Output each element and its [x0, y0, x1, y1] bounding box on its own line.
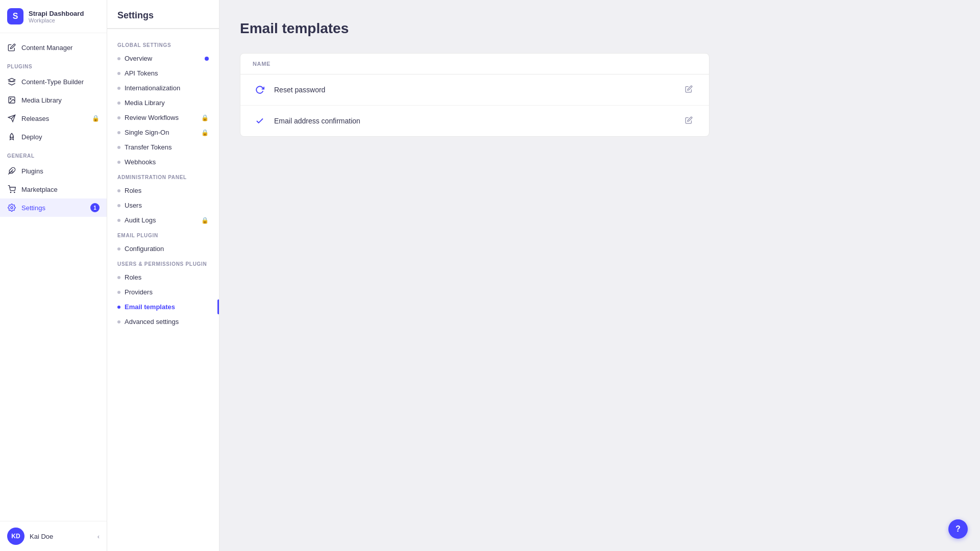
- bullet-icon: [117, 146, 120, 149]
- settings-item-label: Configuration: [125, 245, 164, 253]
- settings-item-configuration[interactable]: Configuration: [107, 241, 219, 256]
- collapse-sidebar-button[interactable]: ‹: [97, 533, 100, 540]
- image-icon: [7, 95, 16, 105]
- gear-icon: [7, 203, 16, 212]
- sidebar-item-label: Content-Type Builder: [21, 78, 84, 86]
- overview-dot: [205, 57, 209, 61]
- sidebar-item-label: Deploy: [21, 133, 42, 141]
- settings-item-label: Email templates: [125, 303, 175, 311]
- bullet-icon: [117, 131, 120, 134]
- sidebar-item-label: Plugins: [21, 167, 43, 175]
- lock-icon: 🔒: [201, 217, 209, 224]
- settings-item-email-templates[interactable]: Email templates: [107, 299, 219, 314]
- settings-item-label: Users: [125, 202, 142, 209]
- sidebar-item-marketplace[interactable]: Marketplace: [0, 180, 107, 198]
- row-email-confirmation-name: Email address confirmation: [274, 117, 674, 125]
- settings-item-users[interactable]: Users: [107, 198, 219, 213]
- settings-item-api-tokens[interactable]: API Tokens: [107, 66, 219, 81]
- sidebar-item-deploy[interactable]: Deploy: [0, 128, 107, 146]
- logo-area: S Strapi Dashboard Workplace: [0, 0, 107, 33]
- sidebar-item-label: Settings: [21, 204, 45, 212]
- admin-panel-label: ADMINISTRATION PANEL: [107, 169, 219, 183]
- bullet-icon: [117, 204, 120, 207]
- settings-title: Settings: [107, 10, 219, 29]
- settings-item-audit-logs[interactable]: Audit Logs 🔒: [107, 213, 219, 228]
- svg-point-7: [10, 192, 11, 192]
- users-permissions-label: USERS & PERMISSIONS PLUGIN: [107, 256, 219, 270]
- bullet-icon: [117, 189, 120, 192]
- app-subtitle: Workplace: [29, 17, 84, 23]
- bullet-icon: [117, 116, 120, 119]
- app-title: Strapi Dashboard: [29, 10, 84, 17]
- rocket-icon: [7, 132, 16, 141]
- edit-reset-password-button[interactable]: [681, 83, 697, 96]
- settings-item-media-library[interactable]: Media Library: [107, 95, 219, 110]
- settings-item-label: Advanced settings: [125, 318, 179, 325]
- sidebar-item-media-library[interactable]: Media Library: [0, 91, 107, 109]
- check-icon: [253, 114, 267, 128]
- settings-item-roles[interactable]: Roles: [107, 183, 219, 198]
- page-title: Email templates: [240, 20, 960, 37]
- sidebar-item-label: Content Manager: [21, 44, 72, 52]
- bullet-icon: [117, 161, 120, 164]
- settings-sidebar: Settings GLOBAL SETTINGS Overview API To…: [107, 0, 219, 551]
- settings-item-label: API Tokens: [125, 69, 158, 77]
- settings-item-advanced-settings[interactable]: Advanced settings: [107, 314, 219, 329]
- settings-item-label: Webhooks: [125, 158, 156, 166]
- sidebar-nav: Content Manager PLUGINS Content-Type Bui…: [0, 33, 107, 521]
- sidebar-item-label: Media Library: [21, 96, 62, 104]
- table-header: NAME: [240, 54, 709, 74]
- bullet-icon: [117, 219, 120, 222]
- sidebar-item-content-type-builder[interactable]: Content-Type Builder: [0, 72, 107, 91]
- help-button[interactable]: ?: [948, 519, 968, 539]
- send-icon: [7, 114, 16, 123]
- settings-item-label: Roles: [125, 273, 141, 281]
- email-templates-table: NAME Reset password Email address confir…: [240, 53, 709, 137]
- settings-badge: 1: [90, 203, 100, 212]
- svg-point-8: [14, 192, 15, 192]
- plugins-section-label: PLUGINS: [0, 57, 107, 72]
- settings-item-label: Providers: [125, 288, 153, 296]
- settings-item-label: Roles: [125, 187, 141, 194]
- sidebar-item-content-manager[interactable]: Content Manager: [0, 38, 107, 57]
- bullet-icon: [117, 320, 120, 323]
- lock-icon: 🔒: [201, 114, 209, 121]
- sidebar-item-releases[interactable]: Releases 🔒: [0, 109, 107, 128]
- settings-item-transfer-tokens[interactable]: Transfer Tokens: [107, 140, 219, 155]
- bullet-icon: [117, 57, 120, 60]
- column-name-header: NAME: [253, 61, 271, 67]
- cube-icon: [7, 77, 16, 86]
- refresh-icon: [253, 83, 267, 97]
- svg-point-2: [10, 98, 11, 99]
- sidebar-item-settings[interactable]: Settings 1: [0, 198, 107, 217]
- bullet-icon: [117, 87, 120, 90]
- settings-item-label: Transfer Tokens: [125, 143, 172, 151]
- pencil-icon: [7, 43, 16, 52]
- logo-icon: S: [7, 8, 23, 24]
- settings-item-single-sign-on[interactable]: Single Sign-On 🔒: [107, 125, 219, 140]
- settings-item-review-workflows[interactable]: Review Workflows 🔒: [107, 110, 219, 125]
- sidebar-item-plugins[interactable]: Plugins: [0, 162, 107, 180]
- settings-item-internationalization[interactable]: Internationalization: [107, 81, 219, 95]
- settings-item-label: Media Library: [125, 99, 165, 107]
- edit-email-confirmation-button[interactable]: [681, 114, 697, 128]
- user-name: Kai Doe: [30, 533, 92, 540]
- settings-item-label: Review Workflows: [125, 114, 179, 121]
- lock-icon: 🔒: [201, 129, 209, 136]
- settings-item-label: Single Sign-On: [125, 129, 169, 136]
- puzzle-icon: [7, 166, 16, 176]
- row-reset-password-name: Reset password: [274, 86, 674, 94]
- settings-item-webhooks[interactable]: Webhooks: [107, 155, 219, 169]
- sidebar: S Strapi Dashboard Workplace Content Man…: [0, 0, 107, 551]
- sidebar-footer: KD Kai Doe ‹: [0, 521, 107, 551]
- main-content: Email templates NAME Reset password Emai…: [219, 0, 980, 551]
- settings-item-up-roles[interactable]: Roles: [107, 270, 219, 285]
- sidebar-item-label: Releases: [21, 115, 49, 122]
- settings-item-providers[interactable]: Providers: [107, 285, 219, 299]
- help-label: ?: [955, 524, 961, 534]
- settings-item-overview[interactable]: Overview: [107, 51, 219, 66]
- bullet-icon: [117, 306, 120, 309]
- avatar: KD: [7, 528, 24, 545]
- table-row: Reset password: [240, 74, 709, 106]
- global-settings-label: GLOBAL SETTINGS: [107, 37, 219, 51]
